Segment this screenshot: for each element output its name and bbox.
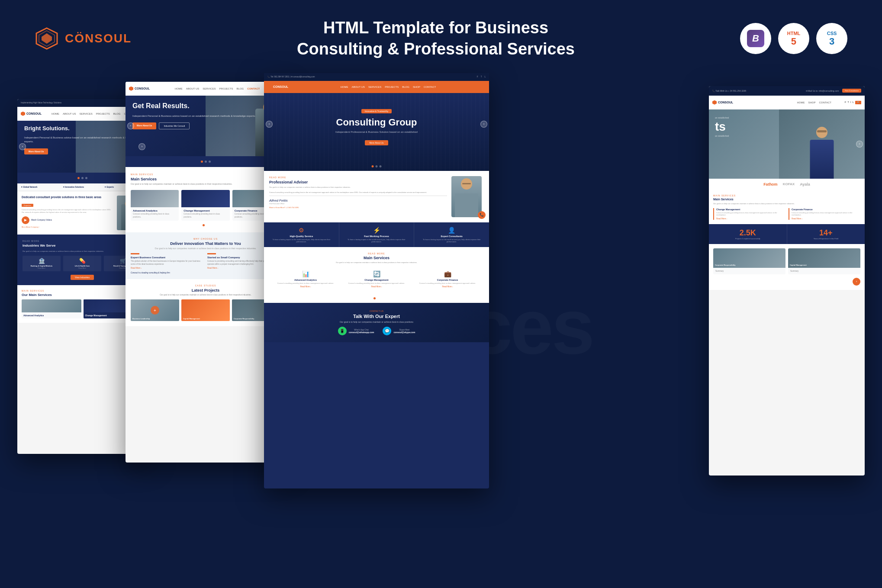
header: CÖNSOUL HTML Template for Business Consu… [0,0,882,73]
logo-area: CÖNSOUL [35,26,132,51]
adviser-section: READ MORE Professional Adviser Our goal … [264,171,489,222]
bootstrap-badge: B [740,23,771,54]
logo-text: CÖNSOUL [65,32,132,45]
center-hero: Innovative & Trustworthy Consulting Grou… [264,93,489,171]
header-title: HTML Template for Business Consulting & … [297,17,575,60]
right-top-bar: 📞 Talk With Us + 34 551.254.3295 ✉ Mail … [709,86,865,96]
center-info-bar: 📞 Tel: 561.584 NY 2001 | ✉ consoul@consu… [264,73,489,81]
why-section: WHY CHOOSE US Deliver Innovation That Ma… [126,232,286,280]
right-logos-row: Fathom KOFAX Ayala [709,179,865,190]
center-main-services: READ MORE Main Services Our goal is to h… [264,247,489,303]
html5-badge: HTML 5 [778,23,809,54]
screenshot-mid-left: CONSOUL HOMEABOUT USSERVICESPROJECTSBLOG… [126,82,286,463]
mid-services-section: MAIN SERVICES Main Services Our goal is … [126,167,286,232]
center-features: ⚙ High-Quality Service To have a lasting… [264,222,489,247]
right-navbar: CONSOUL HOMESHOPCONTACT FTIL 🔍 [709,96,865,109]
preview-area: Services Implementing High-Value Technol… [0,73,882,579]
slider-dots-mid [126,156,286,167]
right-hero: an established ts an established › [709,109,865,179]
screenshot-center: 📞 Tel: 561.584 NY 2001 | ✉ consoul@consu… [264,73,489,488]
cta-section: CONTACT US Talk With Our Expert Our goal… [264,303,489,342]
right-stats: 2.5K Projects Completed successfully 14+… [709,224,865,244]
tech-badges: B HTML 5 CSS 3 [740,23,847,54]
screenshot-far-right: 📞 Talk With Us + 34 551.254.3295 ✉ Mail … [709,86,865,476]
right-services: MAIN SERVICES Main Services Our goal is … [709,190,865,224]
svg-marker-2 [42,33,52,44]
right-industries: Corporate Responsibility Summary Capital… [709,244,865,290]
nav-mid-left: CONSOUL HOMEABOUT USSERVICESPROJECTSBLOG… [126,82,286,96]
hero-mid-left: Get Real Results. Independent Personal &… [126,96,286,156]
projects-section: CASE STUDIES Latest Projects Our goal is… [126,279,286,326]
center-navbar: CONSOUL HOMEABOUT USSERVICESPROJECTSBLOG… [264,81,489,93]
css3-badge: CSS 3 [816,23,847,54]
logo-icon [35,26,59,51]
